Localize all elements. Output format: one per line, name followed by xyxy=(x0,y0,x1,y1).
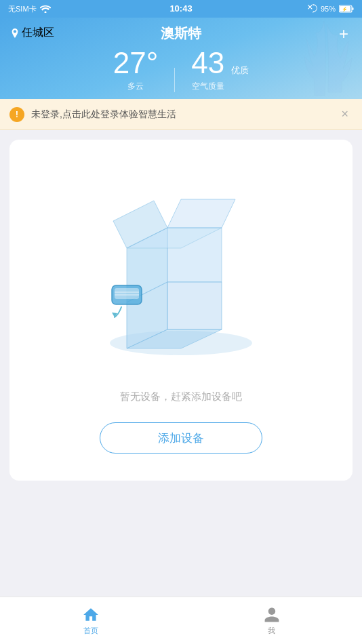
tab-home[interactable]: 首页 xyxy=(0,606,181,636)
status-right: 95% ⚡ xyxy=(308,4,354,14)
tab-home-label: 首页 xyxy=(83,626,98,636)
battery-icon: ⚡ xyxy=(339,5,354,13)
battery-text: 95% xyxy=(321,5,336,13)
tab-me[interactable]: 我 xyxy=(181,606,362,636)
empty-illustration xyxy=(79,160,283,377)
temperature: 27° xyxy=(113,48,159,78)
header-info-row: 27° 多云 43 空气质量 优质 xyxy=(113,48,249,92)
add-button[interactable]: + xyxy=(339,24,348,43)
notification-close-button[interactable]: × xyxy=(337,106,353,123)
header-title-row: 澳斯特 + xyxy=(0,24,362,43)
header: 任城区 澳斯特 + 27° 多云 43 空气质量 优质 xyxy=(0,18,362,99)
svg-text:⚡: ⚡ xyxy=(342,6,348,12)
person-icon xyxy=(263,606,281,624)
status-time: 10:43 xyxy=(169,3,192,14)
notification-icon: ! xyxy=(9,107,24,122)
screen-rotation-icon xyxy=(308,4,317,14)
notification-banner[interactable]: ! 未登录,点击此处登录体验智慧生活 × xyxy=(0,99,362,130)
add-device-button[interactable]: 添加设备 xyxy=(100,422,262,454)
home-icon xyxy=(82,606,100,624)
weather-section: 27° 多云 xyxy=(113,48,159,92)
svg-rect-14 xyxy=(115,288,139,299)
aqi-quality: 优质 xyxy=(231,64,249,77)
aqi-number: 43 xyxy=(191,48,224,78)
status-bar: 无SIM卡 10:43 95% ⚡ xyxy=(0,0,362,18)
device-card: 暂无设备，赶紧添加设备吧 添加设备 xyxy=(9,140,353,481)
weather-center: 27° 多云 xyxy=(113,48,159,92)
svg-marker-9 xyxy=(167,282,222,329)
svg-marker-12 xyxy=(167,199,235,228)
carrier-text: 无SIM卡 xyxy=(8,4,37,14)
notification-text: 未登录,点击此处登录体验智慧生活 xyxy=(31,108,330,121)
aqi-label: 空气质量 xyxy=(192,81,224,92)
header-title: 澳斯特 xyxy=(161,24,201,43)
status-left: 无SIM卡 xyxy=(8,4,51,14)
main-content: 暂无设备，赶紧添加设备吧 添加设备 xyxy=(0,130,362,490)
header-divider xyxy=(174,68,175,92)
wifi-icon xyxy=(40,5,51,13)
aqi-row: 43 空气质量 优质 xyxy=(191,48,249,92)
tab-bar: 首页 我 xyxy=(0,597,362,644)
aqi-section: 43 空气质量 xyxy=(191,48,224,92)
tab-me-label: 我 xyxy=(268,626,275,636)
empty-box-svg xyxy=(86,167,276,370)
empty-text: 暂无设备，赶紧添加设备吧 xyxy=(120,390,242,403)
svg-rect-2 xyxy=(353,7,354,10)
weather-desc: 多云 xyxy=(127,81,144,92)
